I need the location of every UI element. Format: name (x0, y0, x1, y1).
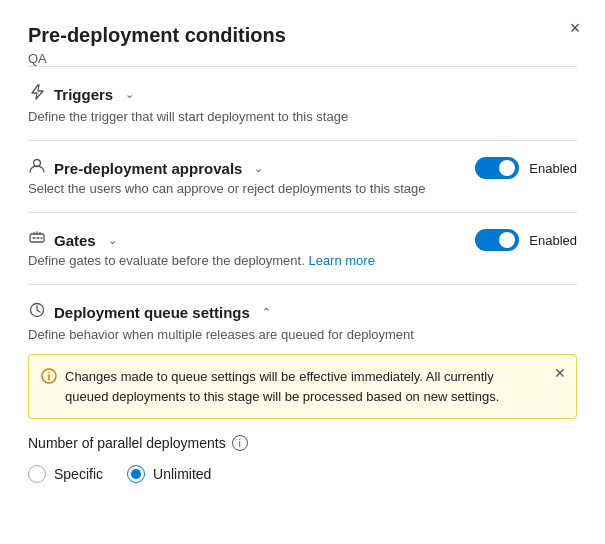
gates-section-header[interactable]: Gates ⌄ (28, 229, 475, 251)
close-button[interactable]: × (561, 14, 589, 42)
specific-radio-label: Specific (54, 466, 103, 482)
triggers-section: Triggers ⌄ Define the trigger that will … (28, 66, 577, 140)
specific-radio-option[interactable]: Specific (28, 465, 103, 483)
queue-section-header[interactable]: Deployment queue settings ⌃ (28, 301, 271, 323)
gates-section: Gates ⌄ Define gates to evaluate before … (28, 212, 577, 284)
gates-icon (28, 229, 46, 251)
triggers-section-header[interactable]: Triggers ⌄ (28, 83, 134, 105)
queue-description: Define behavior when multiple releases a… (28, 327, 577, 342)
parallel-radio-group: Specific Unlimited (28, 465, 577, 483)
approvals-description: Select the users who can approve or reje… (28, 181, 475, 196)
dialog-subtitle: QA (28, 51, 577, 66)
queue-icon (28, 301, 46, 323)
parallel-title: Number of parallel deployments (28, 435, 226, 451)
unlimited-radio-button[interactable] (127, 465, 145, 483)
approvals-toggle-area: Enabled (475, 157, 577, 179)
triggers-icon (28, 83, 46, 105)
svg-point-4 (48, 372, 50, 374)
queue-section: Deployment queue settings ⌃ Define behav… (28, 284, 577, 499)
info-box-text: Changes made to queue settings will be e… (65, 367, 540, 406)
approvals-toggle-label: Enabled (529, 161, 577, 176)
parallel-deployments-section: Number of parallel deployments i Specifi… (28, 435, 577, 483)
triggers-title: Triggers (54, 86, 113, 103)
gates-title: Gates (54, 232, 96, 249)
gates-toggle[interactable] (475, 229, 519, 251)
parallel-info-icon[interactable]: i (232, 435, 248, 451)
triggers-chevron: ⌄ (125, 88, 134, 101)
queue-chevron: ⌃ (262, 306, 271, 319)
info-box-icon (41, 368, 57, 387)
approvals-section: Pre-deployment approvals ⌄ Select the us… (28, 140, 577, 212)
gates-toggle-area: Enabled (475, 229, 577, 251)
gates-chevron: ⌄ (108, 234, 117, 247)
unlimited-radio-option[interactable]: Unlimited (127, 465, 211, 483)
specific-radio-button[interactable] (28, 465, 46, 483)
unlimited-radio-label: Unlimited (153, 466, 211, 482)
triggers-description: Define the trigger that will start deplo… (28, 109, 577, 124)
gates-learn-more-link[interactable]: Learn more (308, 253, 374, 268)
approvals-title: Pre-deployment approvals (54, 160, 242, 177)
approvals-icon (28, 157, 46, 179)
approvals-section-header[interactable]: Pre-deployment approvals ⌄ (28, 157, 475, 179)
info-box-close-button[interactable]: ✕ (554, 365, 566, 381)
unlimited-radio-inner (131, 469, 141, 479)
queue-title: Deployment queue settings (54, 304, 250, 321)
approvals-chevron: ⌄ (254, 162, 263, 175)
gates-toggle-label: Enabled (529, 233, 577, 248)
dialog-title: Pre-deployment conditions (28, 24, 577, 47)
gates-description: Define gates to evaluate before the depl… (28, 253, 475, 268)
approvals-toggle[interactable] (475, 157, 519, 179)
pre-deployment-dialog: × Pre-deployment conditions QA Triggers … (0, 0, 605, 544)
queue-info-box: Changes made to queue settings will be e… (28, 354, 577, 419)
